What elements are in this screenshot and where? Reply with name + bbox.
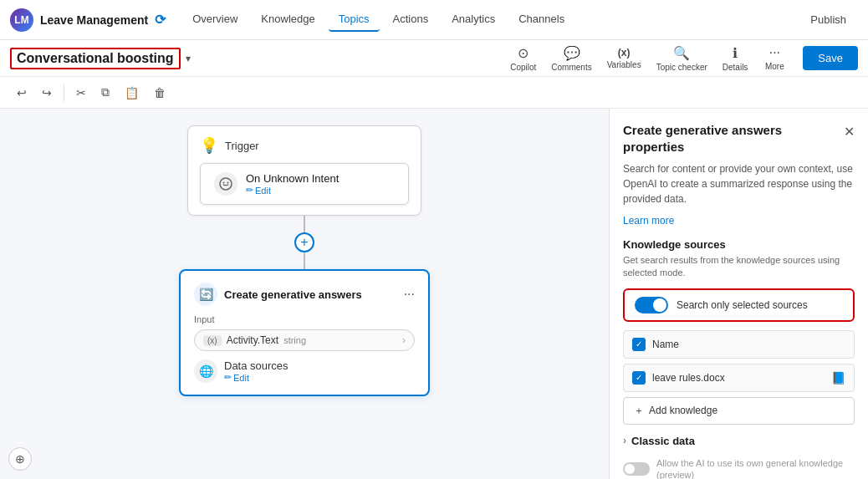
- pill-type: string: [283, 335, 306, 345]
- leave-rules-checkbox[interactable]: ✓: [632, 371, 646, 385]
- intent-title: On Unknown Intent: [246, 172, 395, 185]
- top-nav: LM Leave Management ⟳ Overview Knowledge…: [0, 0, 868, 40]
- intent-icon: [214, 172, 237, 196]
- gen-input-label: Input: [194, 314, 415, 324]
- data-sources-label: Data sources: [224, 359, 288, 372]
- nav-items: Overview Knowledge Topics Actions Analyt…: [182, 8, 574, 32]
- edit-pencil-icon: ✏: [246, 185, 253, 196]
- panel-header: Create generative answers properties ✕: [623, 122, 855, 155]
- ai-knowledge-toggle[interactable]: [623, 462, 650, 476]
- more-button[interactable]: ··· More: [756, 42, 793, 74]
- classic-chevron-icon: ›: [623, 435, 626, 446]
- canvas: 💡 Trigger On Unknown Intent: [0, 109, 609, 479]
- name-checkbox[interactable]: ✓: [632, 338, 646, 351]
- knowledge-item-leave-rules: ✓ leave rules.docx 📘: [623, 364, 855, 392]
- connector-line-2: [304, 252, 305, 269]
- topic-title-area: Conversational boosting ▾: [10, 48, 191, 69]
- pill-tag: (x): [203, 335, 222, 346]
- add-node-button[interactable]: +: [294, 232, 314, 252]
- toolbar-divider: [64, 84, 64, 101]
- nav-item-topics[interactable]: Topics: [329, 8, 380, 32]
- knowledge-sources-desc: Get search results from the knowledge so…: [623, 254, 855, 280]
- toggle-thumb: [653, 298, 666, 312]
- knowledge-sources-header: Knowledge sources: [623, 238, 855, 251]
- paste-button[interactable]: 📋: [118, 83, 146, 103]
- topic-checker-button[interactable]: 🔍 Topic checker: [650, 42, 714, 75]
- intent-edit-button[interactable]: ✏ Edit: [246, 185, 395, 196]
- publish-link[interactable]: Publish: [799, 8, 858, 31]
- classic-data-label: Classic data: [631, 435, 695, 447]
- ai-toggle-thumb: [625, 464, 635, 474]
- main-toolbar: Conversational boosting ▾ ⊙ Copilot 💬 Co…: [0, 40, 868, 77]
- add-knowledge-icon: ＋: [634, 404, 644, 418]
- intent-content: On Unknown Intent ✏ Edit: [246, 172, 395, 196]
- kb-leave-rules-label: leave rules.docx: [652, 372, 825, 384]
- search-only-toggle-row: Search only selected sources: [623, 288, 855, 322]
- comments-icon: 💬: [564, 45, 580, 61]
- toolbar-icons: ⊙ Copilot 💬 Comments (x) Variables 🔍 Top…: [503, 42, 793, 75]
- pill-arrow-icon: ›: [402, 334, 406, 346]
- comments-label: Comments: [551, 63, 591, 72]
- save-button[interactable]: Save: [803, 46, 858, 70]
- connector-line-1: [304, 216, 305, 232]
- trigger-container: 💡 Trigger On Unknown Intent: [187, 125, 421, 216]
- ai-toggle-row: Allow the AI to use its own general know…: [623, 454, 855, 479]
- svg-point-1: [223, 182, 225, 184]
- redo-button[interactable]: ↪: [35, 83, 59, 103]
- nav-item-channels[interactable]: Channels: [508, 8, 574, 32]
- data-sources-row: 🌐 Data sources ✏ Edit: [194, 359, 415, 383]
- details-label: Details: [722, 63, 748, 72]
- nav-icon: ⟳: [155, 12, 166, 28]
- classic-data-section[interactable]: › Classic data: [623, 435, 855, 447]
- copy-button[interactable]: ⧉: [94, 82, 116, 103]
- variables-label: Variables: [607, 60, 641, 69]
- learn-more-link[interactable]: Learn more: [623, 215, 855, 227]
- delete-button[interactable]: 🗑: [147, 83, 172, 103]
- copilot-button[interactable]: ⊙ Copilot: [503, 42, 543, 75]
- cut-button[interactable]: ✂: [69, 83, 93, 103]
- trigger-icon: 💡: [200, 136, 218, 155]
- gen-more-button[interactable]: ···: [404, 287, 415, 302]
- kb-name-label: Name: [652, 339, 845, 350]
- details-button[interactable]: ℹ Details: [716, 42, 755, 75]
- data-sources-content: Data sources ✏ Edit: [224, 359, 288, 383]
- panel-description: Search for content or provide your own c…: [623, 161, 855, 206]
- variables-icon: (x): [618, 47, 631, 59]
- details-icon: ℹ: [733, 45, 738, 61]
- data-edit-pencil-icon: ✏: [224, 372, 232, 383]
- svg-point-0: [220, 178, 232, 190]
- search-only-toggle[interactable]: [635, 297, 668, 313]
- undo-button[interactable]: ↩: [10, 83, 33, 103]
- edit-toolbar: ↩ ↪ ✂ ⧉ 📋 🗑: [0, 77, 868, 109]
- comments-button[interactable]: 💬 Comments: [544, 42, 598, 75]
- trigger-label: Trigger: [225, 140, 259, 152]
- side-panel: Create generative answers properties ✕ S…: [609, 109, 868, 479]
- input-pill[interactable]: (x) Activity.Text string ›: [194, 329, 415, 351]
- topic-dropdown-arrow[interactable]: ▾: [186, 53, 191, 64]
- more-label: More: [765, 62, 784, 71]
- gen-node-header: 🔄 Create generative answers ···: [194, 283, 415, 306]
- gen-node: 🔄 Create generative answers ··· Input (x…: [179, 269, 430, 396]
- app-title: Leave Management: [40, 13, 148, 27]
- data-sources-edit-button[interactable]: ✏ Edit: [224, 372, 288, 383]
- panel-title: Create generative answers properties: [623, 122, 844, 155]
- nav-item-overview[interactable]: Overview: [182, 8, 248, 32]
- nav-item-analytics[interactable]: Analytics: [442, 8, 505, 32]
- nav-item-knowledge[interactable]: Knowledge: [251, 8, 324, 32]
- svg-point-2: [227, 182, 229, 184]
- nav-item-actions[interactable]: Actions: [383, 8, 439, 32]
- panel-close-button[interactable]: ✕: [844, 124, 855, 140]
- topic-checker-label: Topic checker: [656, 63, 707, 72]
- copilot-label: Copilot: [510, 63, 536, 72]
- intent-node: On Unknown Intent ✏ Edit: [200, 163, 409, 205]
- gen-node-title: Create generative answers: [224, 288, 397, 301]
- zoom-control[interactable]: ⊕: [8, 447, 32, 471]
- variables-button[interactable]: (x) Variables: [600, 43, 648, 73]
- nodes-wrapper: 💡 Trigger On Unknown Intent: [0, 109, 609, 396]
- more-icon: ···: [769, 45, 780, 60]
- app-logo: LM Leave Management ⟳: [10, 8, 166, 32]
- main-area: 💡 Trigger On Unknown Intent: [0, 109, 868, 479]
- docx-icon: 📘: [831, 371, 845, 385]
- add-knowledge-button[interactable]: ＋ Add knowledge: [623, 397, 855, 425]
- toggle-label: Search only selected sources: [677, 299, 808, 311]
